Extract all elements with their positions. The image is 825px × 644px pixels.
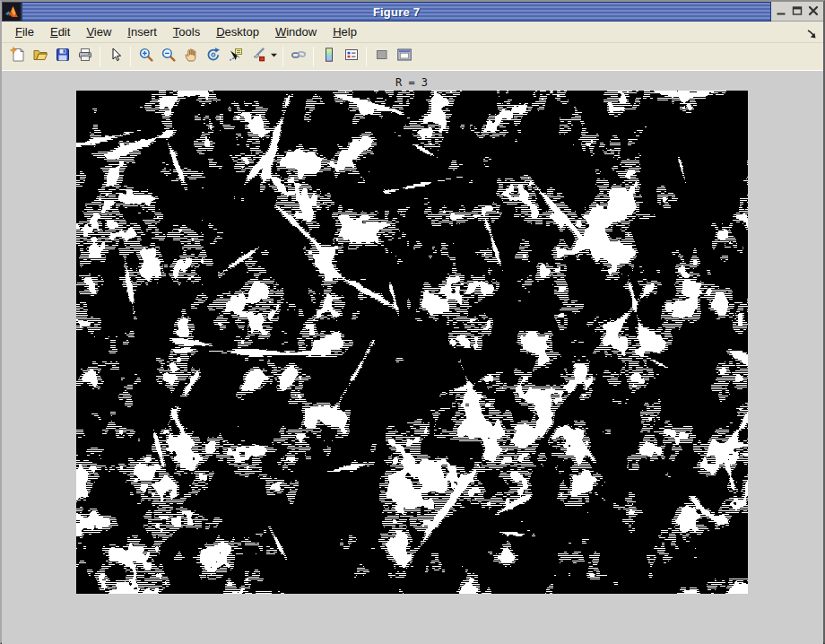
save-figure-button[interactable] bbox=[51, 45, 74, 68]
maximize-icon bbox=[792, 4, 803, 20]
zoom-in-icon bbox=[138, 47, 154, 66]
minimize-button[interactable] bbox=[775, 5, 787, 18]
brush-data-button[interactable] bbox=[247, 45, 269, 68]
menubar: FileEditViewInsertToolsDesktopWindowHelp bbox=[2, 22, 823, 43]
figure-image[interactable] bbox=[76, 91, 748, 594]
toolbar-separator bbox=[366, 47, 367, 66]
pan-button[interactable] bbox=[179, 45, 202, 68]
zoom-out-icon bbox=[161, 47, 177, 66]
titlebar-strip[interactable]: Figure 7 bbox=[22, 2, 771, 22]
menu-desktop[interactable]: Desktop bbox=[208, 22, 267, 41]
data-cursor-button[interactable] bbox=[224, 45, 247, 68]
menu-insert[interactable]: Insert bbox=[119, 22, 165, 41]
hide-plot-tools-icon bbox=[374, 47, 390, 66]
matlab-logo-icon bbox=[2, 2, 22, 22]
brush-dropdown-icon bbox=[270, 47, 278, 66]
figure-toolbar bbox=[2, 43, 823, 71]
print-figure-icon bbox=[77, 47, 93, 66]
minimize-icon bbox=[776, 4, 786, 20]
window-controls bbox=[771, 2, 823, 22]
menu-help[interactable]: Help bbox=[325, 22, 365, 41]
insert-legend-icon bbox=[343, 47, 360, 66]
figure-window: Figure 7 FileEditViewInsertToolsDesktopW… bbox=[0, 0, 825, 644]
new-figure-button[interactable] bbox=[6, 45, 29, 68]
menu-tools[interactable]: Tools bbox=[165, 22, 208, 41]
edit-plot-pointer-icon bbox=[108, 47, 124, 66]
rotate-3d-icon bbox=[205, 47, 221, 66]
hide-plot-tools-button[interactable] bbox=[370, 45, 393, 68]
insert-colorbar-button[interactable] bbox=[317, 45, 340, 68]
show-plot-tools-icon bbox=[396, 47, 412, 66]
zoom-in-button[interactable] bbox=[135, 45, 157, 68]
rotate-3d-button[interactable] bbox=[202, 45, 224, 68]
toolbar-separator bbox=[130, 47, 131, 66]
axes-title: R = 3 bbox=[395, 76, 428, 89]
insert-legend-button[interactable] bbox=[340, 45, 362, 68]
link-plot-button[interactable] bbox=[287, 45, 309, 68]
close-button[interactable] bbox=[807, 5, 820, 18]
menu-edit[interactable]: Edit bbox=[42, 22, 78, 41]
insert-colorbar-icon bbox=[321, 47, 337, 66]
open-file-button[interactable] bbox=[29, 45, 51, 68]
save-figure-icon bbox=[55, 47, 71, 66]
open-file-icon bbox=[32, 47, 48, 66]
toolbar-separator bbox=[313, 47, 314, 66]
brush-dropdown-button[interactable] bbox=[269, 45, 279, 68]
data-cursor-icon bbox=[228, 47, 244, 66]
pan-icon bbox=[183, 47, 199, 66]
toolbar-separator bbox=[100, 47, 100, 66]
window-title: Figure 7 bbox=[373, 5, 420, 19]
maximize-button[interactable] bbox=[791, 5, 803, 18]
close-icon bbox=[808, 4, 819, 20]
dock-figure-arrow-icon[interactable] bbox=[806, 27, 817, 38]
menu-file[interactable]: File bbox=[7, 22, 42, 41]
menu-view[interactable]: View bbox=[78, 22, 119, 41]
menu-window[interactable]: Window bbox=[267, 22, 325, 41]
print-figure-button[interactable] bbox=[74, 45, 96, 68]
new-figure-icon bbox=[10, 47, 26, 66]
figure-canvas-area: R = 3 bbox=[2, 71, 823, 644]
edit-plot-pointer-button[interactable] bbox=[104, 45, 126, 68]
zoom-out-button[interactable] bbox=[157, 45, 179, 68]
show-plot-tools-button[interactable] bbox=[393, 45, 415, 68]
brush-data-icon bbox=[250, 47, 266, 66]
toolbar-separator bbox=[282, 47, 283, 66]
link-plot-icon bbox=[291, 47, 307, 66]
titlebar: Figure 7 bbox=[2, 2, 823, 22]
